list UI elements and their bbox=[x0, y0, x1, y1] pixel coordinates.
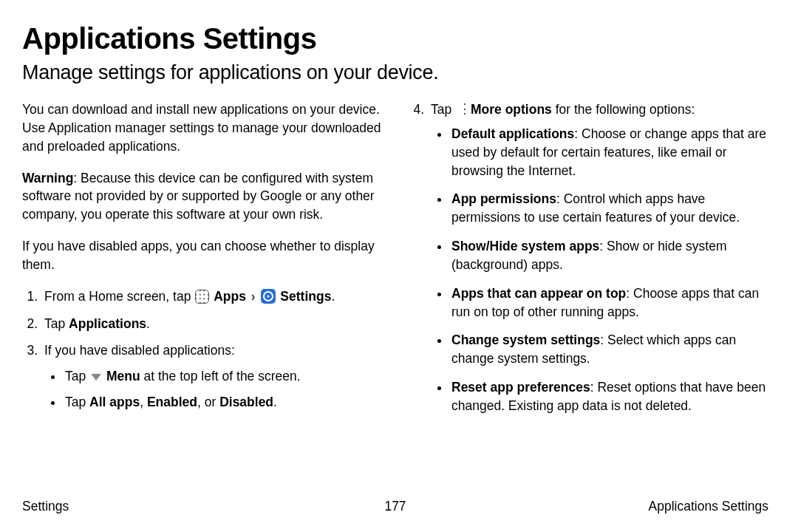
step-3a: Tap Menu at the top left of the screen. bbox=[64, 367, 382, 386]
options-list: Default applications: Choose or change a… bbox=[431, 125, 768, 415]
footer-page-number: 177 bbox=[384, 499, 406, 514]
opt-title: Default applications bbox=[451, 126, 574, 141]
step-3-text: If you have disabled applications: bbox=[44, 343, 235, 358]
settings-icon bbox=[261, 289, 276, 304]
right-column: Tap More options for the following optio… bbox=[409, 100, 768, 493]
period: . bbox=[273, 395, 277, 409]
page-title: Applications Settings bbox=[22, 22, 768, 55]
step-4-post: for the following options: bbox=[552, 102, 695, 117]
warning-label: Warning bbox=[22, 171, 73, 185]
step-2: Tap Applications. bbox=[41, 315, 382, 333]
step-3-sublist: Tap Menu at the top left of the screen. … bbox=[44, 367, 382, 412]
option-default-applications: Default applications: Choose or change a… bbox=[450, 125, 768, 180]
footer-right: Applications Settings bbox=[406, 499, 768, 514]
content-columns: You can download and install new applica… bbox=[22, 100, 768, 493]
step-3a-pre: Tap bbox=[65, 369, 89, 383]
step-3b-s1: , bbox=[140, 395, 147, 409]
step-4-pre: Tap bbox=[431, 102, 455, 117]
footer-left: Settings bbox=[22, 499, 384, 514]
step-1-apps-label: Apps bbox=[214, 289, 246, 304]
opt-title: Change system settings bbox=[451, 332, 600, 347]
opt-title: Reset app preferences bbox=[451, 380, 590, 395]
step-3: If you have disabled applications: Tap M… bbox=[41, 341, 382, 412]
step-3b-pre: Tap bbox=[65, 395, 89, 409]
step-1-settings-label: Settings bbox=[280, 289, 331, 304]
warning-text: : Because this device can be configured … bbox=[22, 171, 375, 222]
step-3b-b2: Enabled bbox=[147, 395, 197, 409]
step-4-bold: More options bbox=[471, 102, 552, 117]
option-show-hide-system-apps: Show/Hide system apps: Show or hide syst… bbox=[450, 237, 768, 274]
step-3b-b3: Disabled bbox=[219, 395, 273, 409]
step-2-pre: Tap bbox=[44, 316, 69, 331]
intro-paragraph: You can download and install new applica… bbox=[22, 100, 382, 156]
more-options-icon bbox=[456, 102, 466, 117]
disabled-note: If you have disabled apps, you can choos… bbox=[22, 237, 382, 274]
chevron-right-icon: › bbox=[251, 289, 256, 304]
page: Applications Settings Manage settings fo… bbox=[0, 0, 798, 532]
steps-list-cont: Tap More options for the following optio… bbox=[409, 100, 768, 415]
option-apps-on-top: Apps that can appear on top: Choose apps… bbox=[450, 284, 768, 321]
step-3a-post: at the top left of the screen. bbox=[140, 369, 301, 383]
step-3b-s2: , or bbox=[197, 395, 219, 409]
opt-title: Show/Hide system apps bbox=[451, 239, 599, 253]
page-subtitle: Manage settings for applications on your… bbox=[22, 61, 768, 84]
option-app-permissions: App permissions: Control which apps have… bbox=[450, 190, 768, 227]
step-1-pre: From a Home screen, tap bbox=[44, 289, 194, 304]
period: . bbox=[331, 289, 335, 304]
step-2-bold: Applications bbox=[69, 316, 146, 331]
opt-title: App permissions bbox=[451, 191, 556, 206]
page-footer: Settings 177 Applications Settings bbox=[22, 493, 768, 514]
step-3a-bold: Menu bbox=[106, 369, 140, 383]
period: . bbox=[146, 316, 150, 331]
step-3b: Tap All apps, Enabled, or Disabled. bbox=[64, 393, 382, 412]
chevron-down-icon bbox=[91, 374, 101, 381]
steps-list: From a Home screen, tap Apps › Settings.… bbox=[22, 287, 382, 412]
step-3b-b1: All apps bbox=[89, 395, 140, 409]
option-reset-app-preferences: Reset app preferences: Reset options tha… bbox=[450, 378, 768, 415]
step-4: Tap More options for the following optio… bbox=[428, 100, 768, 415]
step-1: From a Home screen, tap Apps › Settings. bbox=[41, 287, 382, 306]
warning-paragraph: Warning: Because this device can be conf… bbox=[22, 169, 382, 225]
apps-icon bbox=[195, 290, 209, 304]
opt-title: Apps that can appear on top bbox=[451, 286, 626, 301]
left-column: You can download and install new applica… bbox=[22, 100, 382, 493]
option-change-system-settings: Change system settings: Select which app… bbox=[450, 331, 768, 368]
